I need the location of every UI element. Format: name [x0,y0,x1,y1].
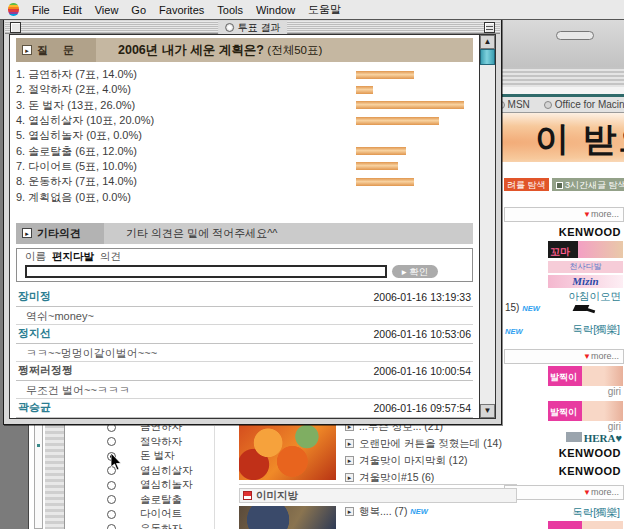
achim-link[interactable]: 아침이오면 [569,290,622,304]
poll-result-row: 7. 다이어트 (5표, 10.0%) [16,159,473,174]
scrollbar-thumb[interactable] [480,49,495,65]
giri-caption: giri [608,386,621,397]
kenwood-ad[interactable]: KENWOOD [559,226,621,238]
comment-text: 무조건 벌어~~ㅋㅋㅋ [16,381,473,399]
comment-header: 곽승균 2006-01-16 09:57:54 [16,399,473,418]
close-box-icon[interactable] [10,22,21,33]
partial-ad-banner[interactable] [548,521,623,529]
window-titlebar[interactable]: 투표 결과 [5,21,500,34]
comment-text: ㅋㅋ~~멍멍이같이벌어~~~ [16,344,473,362]
board-item[interactable]: ▸ 행복.... (7) NEW [345,503,428,520]
dokrak-link[interactable]: 독락[獨樂] [572,506,620,520]
balzzik-ad-banner[interactable]: 발찍이 [548,366,623,386]
scroll-down-icon[interactable]: ▼ [480,404,495,418]
tick-mark [37,444,40,447]
form-input-row: ▸ 확인 [25,265,468,278]
apple-menu-icon[interactable] [8,3,19,16]
search-button-3hour[interactable]: 3시간새글 탐색 [552,178,624,191]
confirm-button[interactable]: ▸ 확인 [392,265,438,278]
poll-result-row: 3. 돈 벌자 (13표, 26.0%) [16,98,473,113]
mizin-ad-banner[interactable]: Mizin [548,275,623,288]
question-header: ▸ 질 문 2006년 내가 세운 계획은? (전체50표) [16,38,473,62]
more-link[interactable]: ▼more... [504,207,624,222]
kkoma-ad-banner[interactable]: 꼬마 [548,241,623,258]
radio-icon[interactable] [107,437,116,446]
more-link[interactable]: ▼more... [504,349,624,364]
poll-result-row: 2. 절약하자 (2표, 4.0%) [16,82,473,97]
search-button-orange[interactable]: 려를 탐색 [504,178,549,191]
bullet-icon: ▸ [345,439,354,448]
poll-result-row: 4. 열심히살자 (10표, 20.0%) [16,113,473,128]
cheonsa-ad-banner[interactable]: 천사다발 [548,261,623,273]
poll-radio-list: 금연하자 절약하자 돈 벌자 열심히살자 열심히놀자 솔로탈출 [101,420,241,529]
poll-radio-option[interactable]: 솔로탈출 [101,493,241,508]
radio-icon[interactable] [107,510,116,519]
occluded-count-fragment: 15) NEW [505,302,540,313]
other-opinion-desc: 기타 의견은 밑에 적어주세요^^ [126,226,278,241]
menu-item[interactable]: Favorites [159,4,204,16]
scroll-up-icon[interactable]: ▲ [480,35,495,49]
menu-item[interactable]: Go [131,4,146,16]
new-badge: NEW [410,507,428,516]
result-bar [356,147,406,155]
poll-radio-option[interactable]: 다이어트 [101,507,241,522]
window-scrollbar[interactable]: ▲ ▼ [479,35,495,418]
radio-icon[interactable] [107,495,116,504]
menu-item[interactable]: Window [256,4,295,16]
kenwood-ad[interactable]: KENWOOD [559,447,621,459]
menu-item[interactable]: Tools [217,4,243,16]
board-item-list: ▸ ...무슨 정보... (21) ▸ 오랜만에 커튼을 젖혔는데 (14) … [345,418,525,486]
kenwood-ad[interactable]: KENWOOD [559,465,621,477]
menu-item[interactable]: Edit [63,4,82,16]
favorite-office[interactable]: Office for Macin [544,99,624,110]
bullet-icon: ▸ [345,473,354,482]
opinion-form: 이름 편지다발 의견 ▸ 확인 [16,248,473,282]
dokrak-link[interactable]: 독락[獨樂] [572,323,620,337]
poll-result-row: 8. 운동하자 (7표, 14.0%) [16,174,473,189]
giri-caption: giri [608,421,621,432]
lantern-photo[interactable] [239,418,336,480]
occluded-new-fragment: NEW [505,325,523,336]
hera-ad[interactable]: HERA♥ [566,432,622,444]
menu-item[interactable]: View [95,4,119,16]
board-item[interactable]: ▸ 겨울맞이 마지막회 (12) [345,452,525,469]
comment-author: 곽승균 [18,400,51,415]
section-divider [239,484,517,485]
collapse-box-icon[interactable] [484,22,495,33]
comment-timestamp: 2006-01-16 09:57:54 [374,402,472,414]
window-body: ▸ 질 문 2006년 내가 세운 계획은? (전체50표) 1. 금연하자 (… [9,34,496,419]
form-labels: 이름 편지다발 의견 [25,251,468,264]
window-title: 투표 결과 [218,21,288,34]
poll-content: ▸ 질 문 2006년 내가 세운 계획은? (전체50표) 1. 금연하자 (… [10,35,479,418]
new-badge: NEW [522,304,540,313]
other-opinion-label-box: ▸ 기타의견 [16,223,104,244]
menu-item[interactable]: File [32,4,50,16]
board-item[interactable]: ▸ 오랜만에 커튼을 젖혔는데 (14) [345,435,525,452]
poll-radio-option[interactable]: 절약하자 [101,435,241,450]
radio-icon[interactable] [107,481,116,490]
window-app-icon [225,23,234,32]
poll-radio-option[interactable]: 운동하자 [101,522,241,529]
down-triangle-icon: ▼ [583,488,591,497]
comment-author: 쩡쩌러정쩡 [18,363,73,378]
poll-radio-option[interactable]: 열심히놀자 [101,478,241,493]
result-bar [356,101,464,109]
opinion-input[interactable] [25,265,387,278]
comment-item: 정지선 2006-01-16 10:53:06 ㅋㅋ~~멍멍이같이벌어~~~ [16,325,473,362]
comment-timestamp: 2006-01-16 10:00:54 [374,365,472,377]
image-room-photo[interactable] [239,506,336,529]
column-divider [214,426,215,529]
balzzik-ad-banner[interactable]: 발찍이 [548,401,623,421]
more-link[interactable]: ▼more... [504,485,624,500]
browser-titlebar-pill [556,31,594,40]
poll-result-row: 1. 금연하자 (7표, 14.0%) [16,67,473,82]
menu-bar: FileEditViewGoFavoritesToolsWindow도움말 [0,0,624,20]
brush-icon [574,303,596,317]
question-total: (전체50표) [267,44,322,56]
menu-item[interactable]: 도움말 [308,2,341,17]
result-bar [356,117,439,125]
result-bar [356,178,414,186]
radio-icon[interactable] [107,524,116,529]
down-triangle-icon: ▼ [583,352,591,361]
comment-header: 쩡쩌러정쩡 2006-01-16 10:00:54 [16,362,473,381]
